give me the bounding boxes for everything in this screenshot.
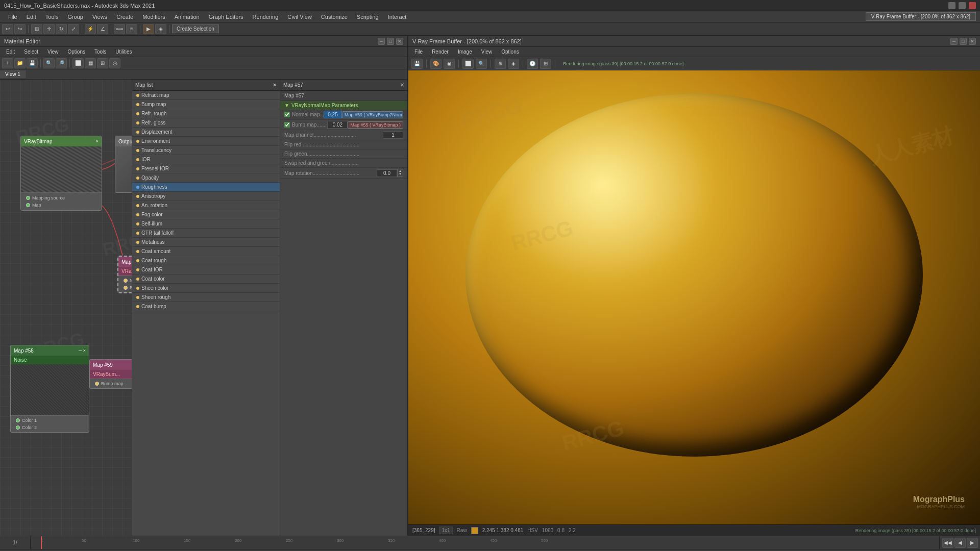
mat-editor-minimize[interactable]: ─ [378,38,385,45]
vfb-lens-effects-btn[interactable]: ◉ [444,59,455,69]
scale-btn[interactable]: ⤢ [68,24,79,34]
me-menu-tools[interactable]: Tools [90,48,110,56]
vfb-show-corrected[interactable]: ◈ [508,59,519,69]
me-menu-options[interactable]: Options [64,48,89,56]
me-layout-btn[interactable]: ⊞ [97,58,108,68]
map-item-metalness[interactable]: Metalness [132,238,280,247]
map57-port-normal[interactable]: Normal map [121,277,132,284]
node-map57[interactable]: Map #57 ─ × VRayNor... Normal map [117,256,132,293]
node-map59[interactable]: Map #59 ─ × VRayBum... Bump map [89,359,132,389]
timeline-step-back[interactable]: ◀ [954,538,966,548]
map-item-anisotropy[interactable]: Anisotropy [132,192,280,201]
vfb-abcompare-btn[interactable]: ⊞ [540,59,551,69]
mat-editor-maximize[interactable]: □ [387,38,394,45]
bump-map-value[interactable] [327,121,348,129]
vfb-color-correct-btn[interactable]: 🎨 [430,59,442,69]
map-item-refr-gloss[interactable]: Refr. gloss [132,118,280,128]
menu-customize[interactable]: Customize [317,13,352,21]
menu-file[interactable]: File [4,13,21,21]
map-item-displacement[interactable]: Displacement [132,128,280,137]
map-item-refr-rough[interactable]: Refr. rough [132,109,280,118]
tab-view1[interactable]: View 1 [0,70,26,78]
vray-fb-close[interactable]: ✕ [969,38,976,45]
map58-port-color2[interactable]: Color 2 [14,424,86,431]
menu-create[interactable]: Create [112,13,137,21]
map-rotation-value[interactable] [377,169,397,177]
map-item-gtr[interactable]: GTR tail falloff [132,229,280,238]
maximize-btn[interactable] [959,2,966,9]
map-item-coat-amount[interactable]: Coat amount [132,247,280,256]
vfb-menu-render[interactable]: Render [428,48,453,56]
map-item-coat-bump[interactable]: Coat bump [132,302,280,311]
me-shader-icon[interactable]: ◎ [109,58,120,68]
menu-scripting[interactable]: Scripting [353,13,383,21]
map-item-self-illum[interactable]: Self-illum [132,219,280,229]
map-item-environment[interactable]: Environment [132,137,280,146]
map-item-coat-ior[interactable]: Coat IOR [132,265,280,274]
map58-port-color1[interactable]: Color 1 [14,417,86,424]
map-item-bump[interactable]: Bump map [132,100,280,109]
menu-animation[interactable]: Animation [170,13,204,21]
map58-minimize[interactable]: ─ [79,348,82,353]
me-zoom-in[interactable]: 🔍 [43,58,55,68]
map-item-refract[interactable]: Refract map [132,91,280,100]
minimize-btn[interactable] [948,2,955,9]
normal-map-checkbox[interactable] [284,112,290,117]
vfb-render-region-btn[interactable]: ⬜ [462,59,474,69]
render-image-area[interactable]: RRCG RRCG 人人素材 RRCG MographPlus MOGRAPHP… [408,70,980,524]
menu-views[interactable]: Views [88,13,111,21]
node-map58[interactable]: Map #58 ─ × Noise Color 1 [10,345,89,433]
node-output[interactable]: Output × [115,136,132,193]
me-zoom-out[interactable]: 🔎 [56,58,67,68]
vfb-history-btn[interactable]: 🕐 [527,59,538,69]
map-item-coat-color[interactable]: Coat color [132,274,280,284]
me-save-btn[interactable]: 💾 [27,58,38,68]
map-item-sheen-rough[interactable]: Sheen rough [132,293,280,302]
me-select-all[interactable]: ⬜ [72,58,84,68]
snap-toggle[interactable]: ⚡ [85,24,96,34]
me-menu-view[interactable]: View [43,48,63,56]
vray-fb-minimize[interactable]: ─ [950,38,958,45]
vfb-save-btn[interactable]: 💾 [411,59,423,69]
map-item-sheen-color[interactable]: Sheen color [132,284,280,293]
map-item-opacity[interactable]: Opacity [132,173,280,183]
vray-bitmap-close[interactable]: × [96,139,99,144]
menu-modifiers[interactable]: Modifiers [138,13,169,21]
mirror-btn[interactable]: ⟺ [114,24,125,34]
vray-fb-tab[interactable]: V-Ray Frame Buffer - [200.0% of 862 x 86… [866,12,976,21]
menu-edit[interactable]: Edit [22,13,40,21]
map-item-roughness[interactable]: Roughness [132,183,280,192]
map-list-close[interactable]: ✕ [273,82,277,88]
map57-port-bump[interactable]: Bump map [121,284,132,291]
me-new-btn[interactable]: + [2,58,13,68]
menu-graph-editors[interactable]: Graph Editors [205,13,248,21]
align-btn[interactable]: ≡ [126,24,137,34]
render-btn[interactable]: ▶ [143,24,154,34]
rotate-btn[interactable]: ↻ [56,24,67,34]
bump-map-checkbox[interactable] [284,122,290,128]
vray-bitmap-port-map[interactable]: Map [24,202,99,209]
vfb-track-mouse[interactable]: ⊕ [495,59,506,69]
me-menu-utilities[interactable]: Utilities [111,48,136,56]
menu-rendering[interactable]: Rendering [249,13,283,21]
vfb-menu-image[interactable]: Image [454,48,476,56]
map-item-fog-color[interactable]: Fog color [132,210,280,219]
map-rotation-spinner[interactable]: ▲ ▼ [397,169,403,177]
me-open-btn[interactable]: 📁 [14,58,26,68]
vray-params-close[interactable]: ✕ [400,82,404,88]
vfb-zoom-btn[interactable]: 🔍 [476,59,487,69]
timeline-play-btn[interactable]: ◀◀ [942,538,953,548]
map-item-coat-rough[interactable]: Coat rough [132,256,280,265]
snap-angle[interactable]: ∠ [97,24,108,34]
menu-tools[interactable]: Tools [41,13,63,21]
map-channel-value[interactable] [383,131,403,139]
close-btn[interactable] [969,2,976,9]
select-btn[interactable]: ⊞ [31,24,42,34]
normal-map-ref[interactable]: Map #59 ( VRayBump2Normal ) [342,111,403,118]
node-canvas[interactable]: RRCG RRCG RRCG 人人素材 [0,80,132,536]
map-item-translucency[interactable]: Translucency [132,146,280,155]
map-item-an-rotation[interactable]: An. rotation [132,201,280,210]
vray-bitmap-port-source[interactable]: Mapping source [24,194,99,202]
create-sel-btn[interactable]: Create Selection [172,24,219,33]
vfb-menu-view[interactable]: View [477,48,497,56]
